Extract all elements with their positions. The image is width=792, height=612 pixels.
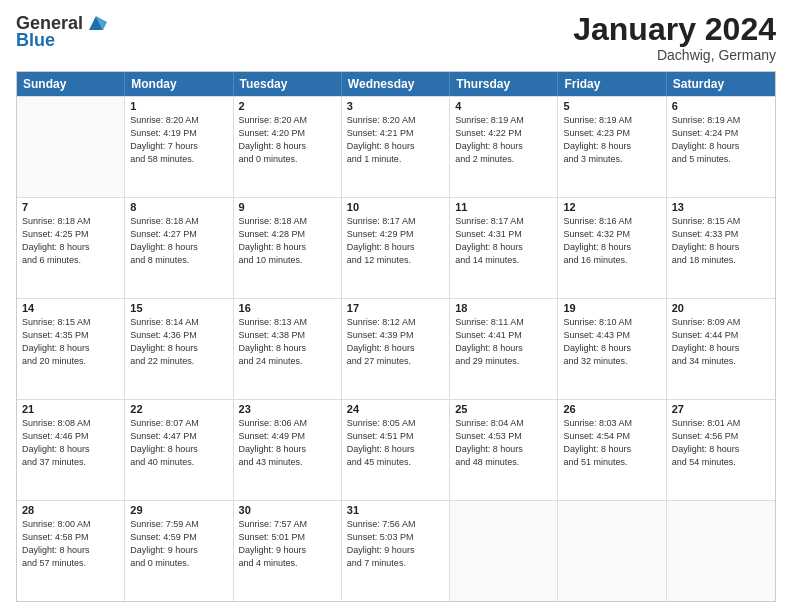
day-info-4: Sunrise: 8:19 AM Sunset: 4:22 PM Dayligh… bbox=[455, 114, 552, 166]
day-number-15: 15 bbox=[130, 302, 227, 314]
day-info-16: Sunrise: 8:13 AM Sunset: 4:38 PM Dayligh… bbox=[239, 316, 336, 368]
day-info-2: Sunrise: 8:20 AM Sunset: 4:20 PM Dayligh… bbox=[239, 114, 336, 166]
location: Dachwig, Germany bbox=[573, 47, 776, 63]
day-number-13: 13 bbox=[672, 201, 770, 213]
header-wednesday: Wednesday bbox=[342, 72, 450, 96]
day-info-5: Sunrise: 8:19 AM Sunset: 4:23 PM Dayligh… bbox=[563, 114, 660, 166]
day-number-4: 4 bbox=[455, 100, 552, 112]
week-row-3: 14Sunrise: 8:15 AM Sunset: 4:35 PM Dayli… bbox=[17, 298, 775, 399]
day-cell-5: 5Sunrise: 8:19 AM Sunset: 4:23 PM Daylig… bbox=[558, 97, 666, 197]
title-block: January 2024 Dachwig, Germany bbox=[573, 12, 776, 63]
day-number-16: 16 bbox=[239, 302, 336, 314]
calendar: Sunday Monday Tuesday Wednesday Thursday… bbox=[16, 71, 776, 602]
logo-icon bbox=[85, 12, 107, 34]
empty-cell-4-4 bbox=[450, 501, 558, 601]
day-info-3: Sunrise: 8:20 AM Sunset: 4:21 PM Dayligh… bbox=[347, 114, 444, 166]
day-number-5: 5 bbox=[563, 100, 660, 112]
day-info-12: Sunrise: 8:16 AM Sunset: 4:32 PM Dayligh… bbox=[563, 215, 660, 267]
page: General Blue January 2024 Dachwig, Germa… bbox=[0, 0, 792, 612]
day-number-3: 3 bbox=[347, 100, 444, 112]
week-row-5: 28Sunrise: 8:00 AM Sunset: 4:58 PM Dayli… bbox=[17, 500, 775, 601]
day-info-6: Sunrise: 8:19 AM Sunset: 4:24 PM Dayligh… bbox=[672, 114, 770, 166]
header-friday: Friday bbox=[558, 72, 666, 96]
day-number-14: 14 bbox=[22, 302, 119, 314]
day-number-7: 7 bbox=[22, 201, 119, 213]
day-info-28: Sunrise: 8:00 AM Sunset: 4:58 PM Dayligh… bbox=[22, 518, 119, 570]
day-number-12: 12 bbox=[563, 201, 660, 213]
day-info-24: Sunrise: 8:05 AM Sunset: 4:51 PM Dayligh… bbox=[347, 417, 444, 469]
day-number-29: 29 bbox=[130, 504, 227, 516]
day-info-27: Sunrise: 8:01 AM Sunset: 4:56 PM Dayligh… bbox=[672, 417, 770, 469]
day-cell-2: 2Sunrise: 8:20 AM Sunset: 4:20 PM Daylig… bbox=[234, 97, 342, 197]
day-info-18: Sunrise: 8:11 AM Sunset: 4:41 PM Dayligh… bbox=[455, 316, 552, 368]
day-number-17: 17 bbox=[347, 302, 444, 314]
day-number-24: 24 bbox=[347, 403, 444, 415]
day-number-10: 10 bbox=[347, 201, 444, 213]
week-row-1: 1Sunrise: 8:20 AM Sunset: 4:19 PM Daylig… bbox=[17, 96, 775, 197]
logo: General Blue bbox=[16, 12, 109, 51]
day-cell-11: 11Sunrise: 8:17 AM Sunset: 4:31 PM Dayli… bbox=[450, 198, 558, 298]
day-cell-14: 14Sunrise: 8:15 AM Sunset: 4:35 PM Dayli… bbox=[17, 299, 125, 399]
day-cell-25: 25Sunrise: 8:04 AM Sunset: 4:53 PM Dayli… bbox=[450, 400, 558, 500]
day-info-23: Sunrise: 8:06 AM Sunset: 4:49 PM Dayligh… bbox=[239, 417, 336, 469]
day-number-6: 6 bbox=[672, 100, 770, 112]
day-info-19: Sunrise: 8:10 AM Sunset: 4:43 PM Dayligh… bbox=[563, 316, 660, 368]
day-cell-16: 16Sunrise: 8:13 AM Sunset: 4:38 PM Dayli… bbox=[234, 299, 342, 399]
day-cell-31: 31Sunrise: 7:56 AM Sunset: 5:03 PM Dayli… bbox=[342, 501, 450, 601]
day-number-27: 27 bbox=[672, 403, 770, 415]
day-info-9: Sunrise: 8:18 AM Sunset: 4:28 PM Dayligh… bbox=[239, 215, 336, 267]
day-number-23: 23 bbox=[239, 403, 336, 415]
day-cell-30: 30Sunrise: 7:57 AM Sunset: 5:01 PM Dayli… bbox=[234, 501, 342, 601]
day-cell-23: 23Sunrise: 8:06 AM Sunset: 4:49 PM Dayli… bbox=[234, 400, 342, 500]
day-cell-17: 17Sunrise: 8:12 AM Sunset: 4:39 PM Dayli… bbox=[342, 299, 450, 399]
day-cell-24: 24Sunrise: 8:05 AM Sunset: 4:51 PM Dayli… bbox=[342, 400, 450, 500]
header-monday: Monday bbox=[125, 72, 233, 96]
empty-cell-4-5 bbox=[558, 501, 666, 601]
day-cell-1: 1Sunrise: 8:20 AM Sunset: 4:19 PM Daylig… bbox=[125, 97, 233, 197]
day-number-8: 8 bbox=[130, 201, 227, 213]
day-number-25: 25 bbox=[455, 403, 552, 415]
day-number-2: 2 bbox=[239, 100, 336, 112]
month-title: January 2024 bbox=[573, 12, 776, 47]
day-info-29: Sunrise: 7:59 AM Sunset: 4:59 PM Dayligh… bbox=[130, 518, 227, 570]
header-saturday: Saturday bbox=[667, 72, 775, 96]
day-number-9: 9 bbox=[239, 201, 336, 213]
day-number-22: 22 bbox=[130, 403, 227, 415]
day-info-14: Sunrise: 8:15 AM Sunset: 4:35 PM Dayligh… bbox=[22, 316, 119, 368]
day-number-18: 18 bbox=[455, 302, 552, 314]
day-cell-19: 19Sunrise: 8:10 AM Sunset: 4:43 PM Dayli… bbox=[558, 299, 666, 399]
day-info-7: Sunrise: 8:18 AM Sunset: 4:25 PM Dayligh… bbox=[22, 215, 119, 267]
day-info-17: Sunrise: 8:12 AM Sunset: 4:39 PM Dayligh… bbox=[347, 316, 444, 368]
day-cell-3: 3Sunrise: 8:20 AM Sunset: 4:21 PM Daylig… bbox=[342, 97, 450, 197]
day-info-13: Sunrise: 8:15 AM Sunset: 4:33 PM Dayligh… bbox=[672, 215, 770, 267]
day-cell-18: 18Sunrise: 8:11 AM Sunset: 4:41 PM Dayli… bbox=[450, 299, 558, 399]
day-number-26: 26 bbox=[563, 403, 660, 415]
day-cell-13: 13Sunrise: 8:15 AM Sunset: 4:33 PM Dayli… bbox=[667, 198, 775, 298]
day-cell-9: 9Sunrise: 8:18 AM Sunset: 4:28 PM Daylig… bbox=[234, 198, 342, 298]
day-cell-20: 20Sunrise: 8:09 AM Sunset: 4:44 PM Dayli… bbox=[667, 299, 775, 399]
day-info-8: Sunrise: 8:18 AM Sunset: 4:27 PM Dayligh… bbox=[130, 215, 227, 267]
day-info-20: Sunrise: 8:09 AM Sunset: 4:44 PM Dayligh… bbox=[672, 316, 770, 368]
day-number-30: 30 bbox=[239, 504, 336, 516]
day-number-19: 19 bbox=[563, 302, 660, 314]
logo-blue: Blue bbox=[16, 30, 55, 51]
day-info-15: Sunrise: 8:14 AM Sunset: 4:36 PM Dayligh… bbox=[130, 316, 227, 368]
week-row-4: 21Sunrise: 8:08 AM Sunset: 4:46 PM Dayli… bbox=[17, 399, 775, 500]
day-number-11: 11 bbox=[455, 201, 552, 213]
day-cell-27: 27Sunrise: 8:01 AM Sunset: 4:56 PM Dayli… bbox=[667, 400, 775, 500]
day-cell-12: 12Sunrise: 8:16 AM Sunset: 4:32 PM Dayli… bbox=[558, 198, 666, 298]
header: General Blue January 2024 Dachwig, Germa… bbox=[16, 12, 776, 63]
day-cell-8: 8Sunrise: 8:18 AM Sunset: 4:27 PM Daylig… bbox=[125, 198, 233, 298]
day-number-20: 20 bbox=[672, 302, 770, 314]
header-sunday: Sunday bbox=[17, 72, 125, 96]
day-cell-15: 15Sunrise: 8:14 AM Sunset: 4:36 PM Dayli… bbox=[125, 299, 233, 399]
header-thursday: Thursday bbox=[450, 72, 558, 96]
day-info-25: Sunrise: 8:04 AM Sunset: 4:53 PM Dayligh… bbox=[455, 417, 552, 469]
day-cell-22: 22Sunrise: 8:07 AM Sunset: 4:47 PM Dayli… bbox=[125, 400, 233, 500]
day-info-26: Sunrise: 8:03 AM Sunset: 4:54 PM Dayligh… bbox=[563, 417, 660, 469]
day-info-10: Sunrise: 8:17 AM Sunset: 4:29 PM Dayligh… bbox=[347, 215, 444, 267]
day-info-21: Sunrise: 8:08 AM Sunset: 4:46 PM Dayligh… bbox=[22, 417, 119, 469]
week-row-2: 7Sunrise: 8:18 AM Sunset: 4:25 PM Daylig… bbox=[17, 197, 775, 298]
day-number-1: 1 bbox=[130, 100, 227, 112]
header-tuesday: Tuesday bbox=[234, 72, 342, 96]
